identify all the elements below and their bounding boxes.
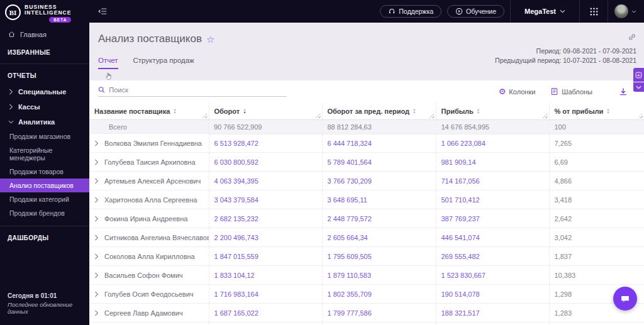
sidebar-item-report[interactable]: Продажи категорий [0,192,89,206]
table-row: Голубева Таисия Архиповна6 030 800,5925 … [89,153,644,172]
tab-sales-structure[interactable]: Структура продаж [133,57,194,69]
prev-turnover-value[interactable]: 3 648 695,11 [328,196,367,204]
column-header[interactable]: Название поставщика▲▼ [89,103,209,120]
turnover-value[interactable]: 6 513 928,472 [214,140,258,147]
chat-bubble-icon [619,293,631,304]
previous-period: Предыдущий период: 10-07-2021 - 08-08-20… [495,56,636,65]
sidebar-section-reports[interactable]: ОТЧЕТЫ [0,67,89,84]
prev-turnover-value[interactable]: 5 789 401,564 [328,158,372,166]
expand-row-icon[interactable] [94,140,99,146]
turnover-value[interactable]: 2 682 135,232 [214,215,258,223]
sidebar-section-dashboards[interactable]: ДАШБОРДЫ [0,229,89,246]
prev-turnover-value[interactable]: 1 802 355,709 [328,290,372,298]
turnover-value[interactable]: 1 687 165,022 [214,309,258,317]
prev-turnover-value[interactable]: 1 795 609,505 [328,253,372,260]
templates-button[interactable]: Шаблоны [550,87,592,96]
prev-turnover-value[interactable]: 1 879 110,583 [328,272,372,279]
expand-row-icon[interactable] [94,197,99,203]
search-field[interactable] [98,86,287,97]
chat-button[interactable] [613,287,637,311]
workspace-switcher[interactable]: MegaTest [511,0,579,23]
sort-icon: ▲▼ [243,108,246,114]
column-header[interactable]: Оборот▲▼ [209,103,322,120]
expand-row-icon[interactable] [94,291,99,297]
turnover-value[interactable]: 4 063 394,395 [214,177,258,185]
brand-logo[interactable]: BI BUSINESS INTELLIGENCE BETA [0,0,89,25]
sort-icon: ▲▼ [477,108,480,114]
profit-value[interactable]: 1 066 223,084 [441,140,486,147]
expand-panel-button[interactable] [633,82,644,92]
turnover-value[interactable]: 3 043 379,584 [214,196,258,204]
copy-link-button[interactable] [628,33,636,44]
sidebar-item-report[interactable]: Продажи магазинов [0,129,89,143]
column-label: % от прибыли [555,107,604,115]
turnover-value[interactable]: 1 716 983,164 [214,290,258,298]
search-input[interactable] [109,86,287,94]
turnover-value[interactable]: 6 030 800,592 [214,158,258,166]
prev-turnover-value[interactable]: 2 448 779,572 [328,215,372,223]
user-menu[interactable] [608,0,644,23]
expand-row-icon[interactable] [94,178,99,184]
last-update-time: Сегодня в 01:01 [8,292,89,299]
templates-label: Шаблоны [562,88,592,96]
profit-value[interactable]: 446 541,074 [441,234,480,241]
profit-value[interactable]: 188 321,517 [441,309,480,317]
collapse-sidebar-button[interactable] [97,7,108,16]
profit-value[interactable]: 501 710,412 [441,196,480,204]
prev-turnover-value[interactable]: 3 766 730,209 [328,177,372,185]
apps-grid-button[interactable] [580,0,608,23]
chart-panel-button[interactable] [633,68,644,82]
supplier-name: Сергеев Лавр Адамович [104,309,183,317]
support-label: Поддержка [399,8,433,15]
column-header[interactable]: Оборот за пред. период▲▼ [322,103,436,120]
sidebar-group[interactable]: Аналитика [0,114,89,129]
profit-value[interactable]: 269 555,482 [441,253,480,260]
profit-value[interactable]: 190 514,078 [441,290,480,298]
profit-value[interactable]: 714 167,056 [441,177,480,185]
sidebar-group[interactable]: Специальные [0,84,89,99]
sidebar-item-report[interactable]: Категорийные менеджеры [0,143,89,165]
profit-value[interactable]: 1 523 830,667 [441,272,486,279]
support-button[interactable]: Поддержка [380,5,441,18]
tab-report[interactable]: Отчет [98,57,118,69]
sidebar-item-label: Главная [20,31,47,38]
download-button[interactable] [619,87,628,96]
table-row: Артемьев Алексей Арсенович4 063 394,3953… [89,172,644,190]
sidebar-item-report[interactable]: Анализ поставщиков [0,179,89,192]
turnover-value[interactable]: 1 833 104,12 [214,272,255,279]
column-header[interactable]: % от прибыли▲▼ [549,103,644,120]
chevron-down-icon [631,10,636,13]
profit-value[interactable]: 981 909,14 [441,158,476,166]
expand-row-icon[interactable] [94,234,99,241]
expand-row-icon[interactable] [94,310,99,316]
brand-name: BUSINESS INTELLIGENCE BETA [25,4,71,23]
profit-value[interactable]: 387 769,237 [441,215,480,223]
prev-turnover-value[interactable]: 2 605 664,34 [328,234,368,241]
expand-row-icon[interactable] [94,159,99,165]
sidebar-item-report[interactable]: Продажи товаров [0,165,89,179]
prev-turnover-value: 88 812 284,63 [328,123,372,131]
columns-button[interactable]: ⚙ Колонки [499,87,536,96]
favorite-star-icon[interactable]: ☆ [206,35,214,44]
supplier-name: Фокина Ирина Андреевна [104,215,187,223]
expand-row-icon[interactable] [94,216,99,222]
column-header[interactable]: Прибыль▲▼ [436,103,549,120]
sidebar-item-report[interactable]: Продажи брендов [0,206,89,220]
turnover-value[interactable]: 2 200 496,743 [214,234,258,241]
sidebar-group[interactable]: Кассы [0,99,89,114]
sidebar-report-groups: СпециальныеКассыАналитика [0,84,89,129]
turnover-value[interactable]: 1 847 015,559 [214,253,258,260]
profit-pct-value: 2,642 [555,215,572,223]
prev-turnover-value[interactable]: 1 799 777,586 [328,309,372,317]
profit-pct-value: 7,265 [555,140,572,147]
expand-row-icon[interactable] [94,272,99,278]
data-refresh-status: Сегодня в 01:01 Последнее обновление дан… [8,292,89,315]
total-row: Всего90 766 522,90988 812 284,6314 676 8… [89,120,644,135]
prev-turnover-value[interactable]: 6 444 718,324 [328,140,372,147]
sidebar-section-favorites[interactable]: ИЗБРАННЫЕ [0,43,89,61]
profit-pct-value: 1,283 [555,309,572,317]
headset-icon [388,8,396,15]
training-button[interactable]: Обучение [447,5,504,18]
sidebar-item-home[interactable]: Главная [0,25,89,43]
expand-row-icon[interactable] [94,253,99,260]
